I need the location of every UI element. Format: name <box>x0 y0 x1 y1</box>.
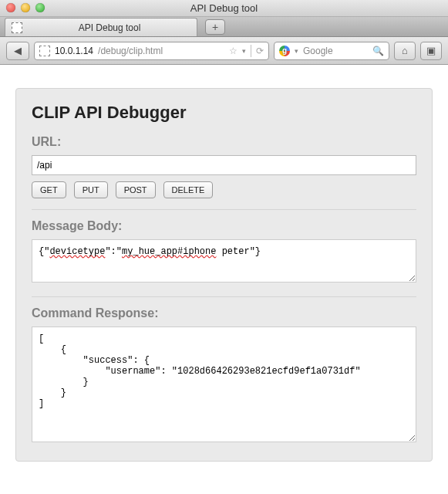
page-title: CLIP API Debugger <box>32 103 416 123</box>
google-icon: g <box>279 46 290 56</box>
maximize-icon[interactable] <box>35 3 45 12</box>
site-favicon-icon <box>39 46 50 56</box>
body-label: Message Body: <box>32 219 416 233</box>
home-icon: ⌂ <box>402 45 408 56</box>
divider <box>32 296 416 297</box>
search-engine-dropdown-icon[interactable]: ▾ <box>295 47 298 55</box>
divider <box>32 209 416 210</box>
url-input[interactable] <box>32 155 416 175</box>
message-body-input[interactable]: {"devicetype":"my_hue_app#iphone peter"} <box>32 239 416 283</box>
close-icon[interactable] <box>6 3 15 12</box>
bookmark-icon[interactable]: ☆ <box>229 46 237 56</box>
address-bar[interactable]: 10.0.1.14/debug/clip.html ☆ ▾ ⟳ <box>34 42 269 60</box>
tab-title: API Debug tool <box>29 22 190 33</box>
window-controls <box>6 3 45 12</box>
debugger-panel: CLIP API Debugger URL: GET PUT POST DELE… <box>15 88 433 462</box>
dropdown-icon[interactable]: ▾ <box>242 47 246 55</box>
minimize-icon[interactable] <box>21 3 30 12</box>
search-engine-label: Google <box>303 46 333 56</box>
search-box[interactable]: g ▾ Google 🔍 <box>274 42 389 60</box>
home-button[interactable]: ⌂ <box>394 42 416 60</box>
response-label: Command Response: <box>32 306 416 320</box>
delete-button[interactable]: DELETE <box>163 181 214 198</box>
new-tab-button[interactable]: + <box>205 19 225 35</box>
back-icon: ◀ <box>14 45 22 56</box>
page-content: CLIP API Debugger URL: GET PUT POST DELE… <box>0 65 448 477</box>
window-titlebar: API Debug tool <box>0 0 448 17</box>
back-button[interactable]: ◀ <box>6 42 29 60</box>
search-icon[interactable]: 🔍 <box>372 46 384 56</box>
address-host: 10.0.1.14 <box>55 46 93 56</box>
bookmarks-icon: ▣ <box>426 45 436 56</box>
method-buttons: GET PUT POST DELETE <box>32 181 416 198</box>
browser-toolbar: ◀ 10.0.1.14/debug/clip.html ☆ ▾ ⟳ g ▾ Go… <box>0 37 448 65</box>
divider <box>251 45 251 57</box>
tab-api-debug[interactable]: API Debug tool <box>5 18 197 36</box>
plus-icon: + <box>212 21 218 33</box>
bookmarks-button[interactable]: ▣ <box>420 42 442 60</box>
window-title: API Debug tool <box>190 2 258 14</box>
url-label: URL: <box>32 135 416 149</box>
tab-favicon-icon <box>12 22 22 33</box>
reload-icon[interactable]: ⟳ <box>256 46 264 56</box>
put-button[interactable]: PUT <box>74 181 108 198</box>
tab-strip: API Debug tool + <box>0 17 448 37</box>
command-response-output[interactable]: [ { "success": { "username": "1028d66426… <box>32 327 416 442</box>
address-path: /debug/clip.html <box>98 46 163 56</box>
post-button[interactable]: POST <box>116 181 156 198</box>
get-button[interactable]: GET <box>32 181 66 198</box>
